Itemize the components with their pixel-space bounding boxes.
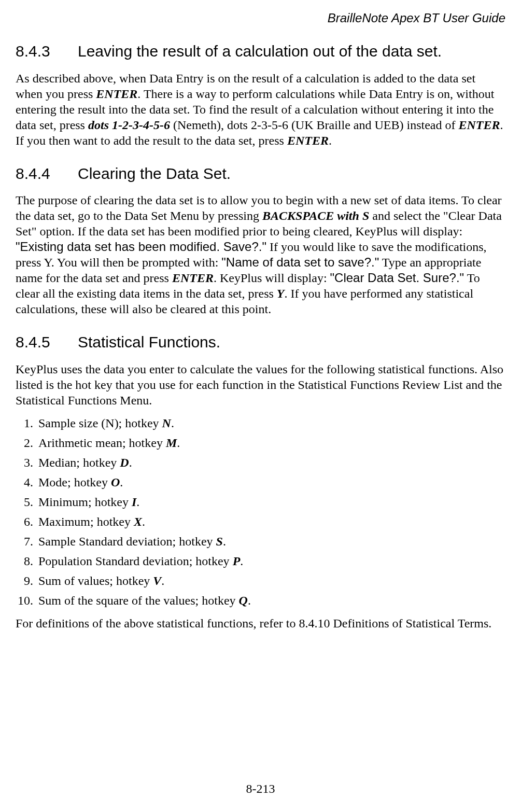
heading-title: Leaving the result of a calculation out …: [78, 43, 442, 60]
text: .: [142, 515, 145, 528]
list-item: Sum of values; hotkey V.: [36, 573, 505, 589]
hotkey: N: [162, 416, 171, 430]
text: Sample Standard deviation; hotkey: [38, 535, 216, 548]
heading-8-4-5: 8.4.5Statistical Functions.: [16, 332, 505, 352]
text: Population Standard deviation; hotkey: [38, 554, 233, 568]
key-dots: dots 1-2-3-4-5-6: [88, 118, 170, 132]
running-header: BrailleNote Apex BT User Guide: [16, 10, 505, 26]
list-item: Median; hotkey D.: [36, 455, 505, 470]
text: .: [136, 495, 139, 509]
paragraph: The purpose of clearing the data set is …: [16, 192, 505, 317]
heading-number: 8.4.4: [16, 164, 78, 184]
page: BrailleNote Apex BT User Guide 8.4.3Leav…: [0, 0, 521, 812]
display-prompt: "Name of data set to save?.": [221, 255, 379, 269]
text: .: [120, 475, 123, 489]
text: .: [177, 436, 180, 450]
key-enter: ENTER: [458, 118, 500, 132]
hotkey: D: [120, 456, 129, 469]
text: Mode; hotkey: [38, 475, 111, 489]
key-enter: ENTER: [172, 271, 214, 285]
hotkey: I: [132, 495, 136, 509]
key-backspace-s: BACKSPACE with S: [262, 209, 369, 222]
text: .: [129, 456, 132, 469]
heading-8-4-4: 8.4.4Clearing the Data Set.: [16, 164, 505, 184]
heading-number: 8.4.3: [16, 41, 78, 61]
text: (Nemeth), dots 2-3-5-6 (UK Braille and U…: [170, 118, 459, 132]
display-prompt: "Existing data set has been modified. Sa…: [16, 240, 266, 254]
hotkey: P: [233, 554, 241, 568]
text: . KeyPlus will display:: [214, 271, 330, 285]
list-item: Minimum; hotkey I.: [36, 494, 505, 510]
heading-8-4-3: 8.4.3Leaving the result of a calculation…: [16, 41, 505, 61]
list-item: Sum of the square of the values; hotkey …: [36, 593, 505, 608]
key-enter: ENTER: [96, 87, 137, 101]
key-enter: ENTER: [287, 134, 329, 147]
list-item: Sample Standard deviation; hotkey S.: [36, 534, 505, 549]
text: .: [223, 535, 226, 548]
list-item: Mode; hotkey O.: [36, 474, 505, 490]
hotkey: X: [134, 515, 142, 528]
heading-number: 8.4.5: [16, 332, 78, 352]
statistical-functions-list: Sample size (N); hotkey N. Arithmetic me…: [16, 415, 505, 608]
text: Sum of values; hotkey: [38, 574, 153, 587]
text: Sum of the square of the values; hotkey: [38, 594, 239, 607]
hotkey: O: [111, 475, 120, 489]
hotkey: Q: [239, 594, 248, 607]
list-item: Population Standard deviation; hotkey P.: [36, 553, 505, 569]
key-y: Y: [277, 287, 285, 300]
heading-title: Statistical Functions.: [78, 333, 220, 351]
list-item: Sample size (N); hotkey N.: [36, 415, 505, 431]
text: .: [240, 554, 243, 568]
paragraph: For definitions of the above statistical…: [16, 615, 505, 631]
paragraph: As described above, when Data Entry is o…: [16, 71, 505, 148]
text: .: [171, 416, 174, 430]
text: Arithmetic mean; hotkey: [38, 436, 166, 450]
text: .: [161, 574, 164, 587]
list-item: Maximum; hotkey X.: [36, 514, 505, 529]
text: Maximum; hotkey: [38, 515, 134, 528]
text: Minimum; hotkey: [38, 495, 132, 509]
text: Median; hotkey: [38, 456, 120, 469]
hotkey: S: [216, 535, 223, 548]
heading-title: Clearing the Data Set.: [78, 165, 231, 182]
page-number: 8-213: [0, 781, 521, 796]
display-prompt: "Clear Data Set. Sure?.": [330, 271, 464, 285]
list-item: Arithmetic mean; hotkey M.: [36, 435, 505, 451]
text: .: [329, 134, 332, 147]
text: .: [248, 594, 251, 607]
hotkey: V: [153, 574, 161, 587]
text: Sample size (N); hotkey: [38, 416, 162, 430]
hotkey: M: [166, 436, 177, 450]
paragraph: KeyPlus uses the data you enter to calcu…: [16, 361, 505, 408]
